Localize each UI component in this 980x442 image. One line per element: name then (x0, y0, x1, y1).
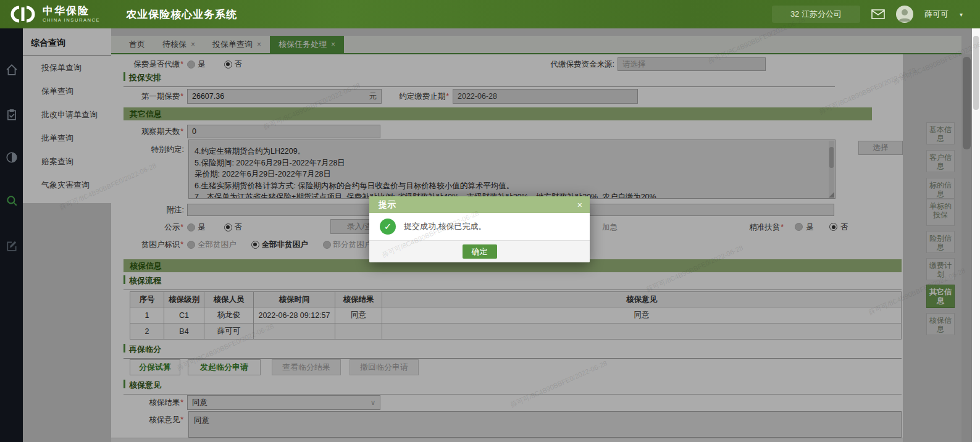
person-icon (896, 6, 913, 23)
branch-selector[interactable]: 32 江苏分公司 (772, 6, 860, 23)
success-check-icon: ✓ (380, 219, 396, 235)
cic-logo-icon (9, 4, 37, 24)
mail-icon[interactable] (871, 9, 885, 19)
confirm-button[interactable]: 确定 (463, 244, 497, 259)
window-scrollbar[interactable] (972, 28, 980, 442)
dialog-header: 提示 × (369, 196, 590, 213)
user-avatar[interactable] (896, 6, 913, 23)
username[interactable]: 薛可可 (924, 9, 949, 20)
app-screen: 薛可可/8C4B90BBFE0/2022-06-28 薛可可/8C4B90BBF… (0, 0, 980, 442)
company-logo: 中华保险 CHINA INSURANCE (9, 4, 100, 24)
dialog-close-icon[interactable]: × (577, 200, 582, 210)
dialog-title: 提示 (379, 199, 396, 211)
app-title: 农业保险核心业务系统 (126, 7, 237, 22)
brand-name-en: CHINA INSURANCE (43, 18, 100, 23)
prompt-dialog: 提示 × ✓ 提交成功,核保已完成。 确定 (369, 196, 590, 262)
top-header: 中华保险 CHINA INSURANCE 农业保险核心业务系统 32 江苏分公司… (0, 0, 980, 28)
dialog-message: 提交成功,核保已完成。 (404, 221, 487, 232)
window-scrollbar-thumb[interactable] (973, 36, 979, 110)
user-menu-caret-icon[interactable]: ▾ (960, 11, 963, 18)
brand-name-cn: 中华保险 (43, 6, 100, 16)
